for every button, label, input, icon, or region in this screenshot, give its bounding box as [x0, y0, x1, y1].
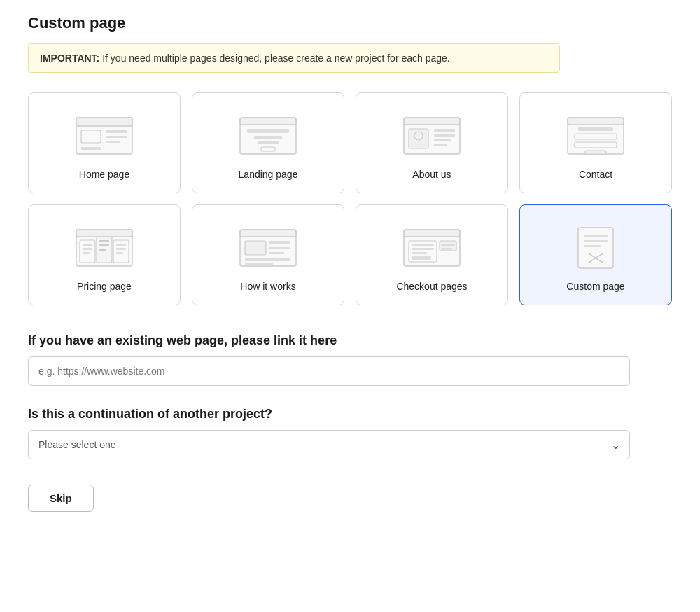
- svg-rect-14: [404, 118, 460, 125]
- home-icon: [69, 110, 139, 159]
- svg-rect-11: [258, 141, 279, 144]
- checkout-icon: [397, 222, 467, 271]
- svg-rect-55: [412, 248, 434, 250]
- svg-rect-60: [578, 228, 613, 268]
- svg-rect-19: [434, 144, 447, 146]
- svg-rect-29: [76, 230, 132, 237]
- svg-rect-27: [585, 151, 606, 154]
- contact-icon: [561, 110, 631, 159]
- svg-rect-6: [106, 141, 120, 143]
- svg-rect-54: [412, 244, 434, 246]
- howworks-icon: [233, 222, 303, 271]
- svg-rect-8: [240, 118, 296, 125]
- svg-rect-43: [240, 230, 296, 237]
- svg-rect-48: [245, 258, 290, 261]
- svg-rect-56: [412, 252, 427, 254]
- landing-icon: [233, 110, 303, 159]
- card-label-about-us: About us: [412, 169, 451, 180]
- svg-rect-16: [434, 129, 455, 132]
- svg-rect-47: [269, 252, 284, 254]
- page-title: Custom page: [28, 14, 672, 32]
- svg-rect-63: [584, 245, 601, 247]
- card-how-it-works[interactable]: How it works: [192, 204, 344, 305]
- continuation-select[interactable]: Please select oneYesNo: [28, 430, 630, 459]
- continuation-label: Is this a continuation of another projec…: [28, 407, 672, 422]
- card-landing-page[interactable]: Landing page: [192, 92, 344, 193]
- card-pricing-page[interactable]: Pricing page: [28, 204, 181, 305]
- existing-page-label: If you have an existing web page, please…: [28, 333, 672, 348]
- svg-rect-10: [254, 136, 282, 139]
- svg-rect-46: [269, 247, 290, 249]
- svg-rect-35: [83, 252, 90, 254]
- svg-rect-34: [83, 248, 92, 250]
- svg-rect-62: [584, 240, 608, 242]
- svg-rect-24: [578, 127, 613, 131]
- card-label-how-it-works: How it works: [240, 281, 295, 292]
- existing-page-input[interactable]: [28, 356, 630, 386]
- about-icon: [397, 110, 467, 159]
- card-label-pricing-page: Pricing page: [77, 281, 132, 292]
- svg-rect-49: [245, 263, 273, 265]
- card-label-home-page: Home page: [79, 169, 130, 180]
- svg-rect-57: [412, 256, 431, 260]
- card-about-us[interactable]: About us: [356, 92, 508, 193]
- svg-rect-23: [568, 118, 624, 125]
- skip-button[interactable]: Skip: [28, 485, 94, 512]
- svg-rect-41: [116, 252, 123, 254]
- card-label-landing-page: Landing page: [239, 169, 298, 180]
- svg-rect-61: [584, 235, 608, 237]
- card-home-page[interactable]: Home page: [28, 92, 181, 193]
- pricing-icon: [69, 222, 139, 271]
- svg-rect-44: [245, 241, 266, 255]
- card-label-custom-page: Custom page: [566, 281, 624, 292]
- svg-rect-5: [106, 136, 127, 138]
- svg-rect-3: [81, 147, 101, 150]
- page-type-grid: Home page Landing page About us Contact: [28, 92, 672, 305]
- svg-rect-40: [116, 248, 126, 250]
- svg-rect-17: [434, 134, 455, 137]
- alert-banner: IMPORTANT: If you need multiple pages de…: [28, 43, 560, 73]
- svg-rect-51: [404, 230, 460, 237]
- card-custom-page[interactable]: Custom page: [519, 204, 672, 305]
- svg-rect-33: [83, 244, 92, 246]
- svg-rect-38: [99, 249, 106, 251]
- svg-rect-59: [441, 248, 452, 250]
- svg-rect-45: [269, 241, 290, 244]
- custom-icon: [561, 222, 631, 271]
- svg-rect-9: [247, 129, 289, 133]
- alert-message: If you need multiple pages designed, ple…: [99, 53, 449, 64]
- svg-rect-39: [116, 244, 126, 246]
- card-label-checkout-pages: Checkout pages: [396, 281, 467, 292]
- svg-rect-21: [412, 143, 426, 147]
- svg-rect-18: [434, 139, 451, 141]
- continuation-select-wrap: Please select oneYesNo ⌄: [28, 430, 630, 459]
- svg-rect-58: [441, 244, 455, 246]
- alert-prefix: IMPORTANT:: [40, 53, 99, 64]
- card-label-contact: Contact: [579, 169, 612, 180]
- card-checkout-pages[interactable]: Checkout pages: [356, 204, 508, 305]
- svg-rect-36: [99, 240, 109, 242]
- svg-rect-1: [76, 118, 132, 126]
- svg-rect-4: [106, 130, 127, 133]
- card-contact[interactable]: Contact: [519, 92, 672, 193]
- svg-rect-37: [99, 244, 109, 246]
